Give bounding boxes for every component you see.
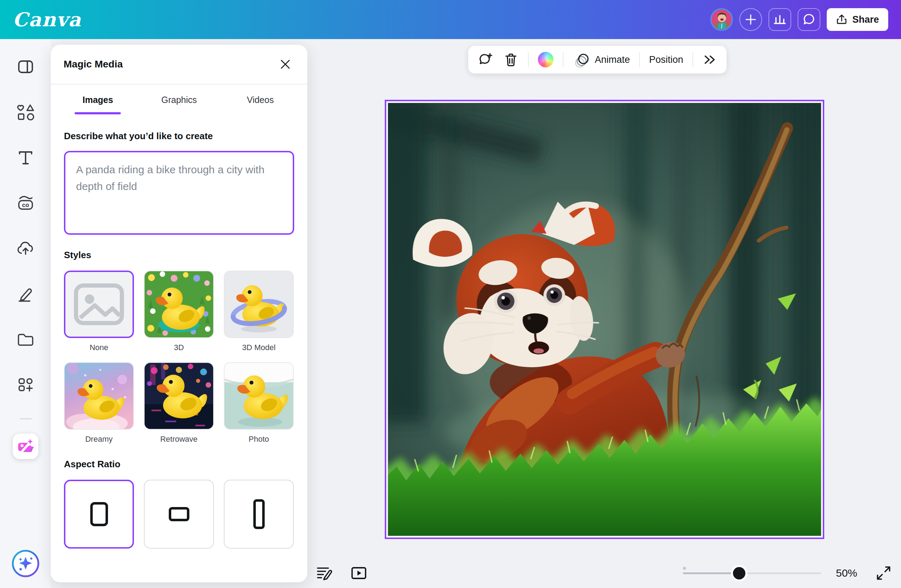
sidebar-item-text[interactable]: [13, 145, 38, 170]
style-tile-none[interactable]: [64, 271, 134, 338]
magic-media-icon: [16, 437, 35, 456]
aspect-option-landscape[interactable]: [144, 480, 214, 549]
tab-graphics[interactable]: Graphics: [139, 84, 220, 115]
double-chevron-right-icon: [702, 52, 717, 67]
prompt-input[interactable]: [64, 151, 294, 235]
red-panda-image: [388, 103, 821, 536]
style-option-3d: 3D: [144, 271, 214, 352]
style-tile-dreamy[interactable]: [64, 362, 134, 429]
aspect-ratio-grid: [64, 480, 294, 549]
style-label: 3D: [174, 343, 184, 352]
portrait-ratio-icon: [253, 499, 265, 529]
canva-assistant-icon: [11, 549, 40, 578]
close-icon: [279, 58, 292, 70]
comment-button[interactable]: [477, 51, 494, 68]
sidebar-item-canva-assistant[interactable]: [11, 549, 40, 578]
color-button[interactable]: [538, 52, 553, 67]
canva-editor: Canva: [0, 0, 901, 588]
style-option-none: None: [64, 271, 134, 352]
notes-icon: [315, 564, 333, 582]
panel-body: Describe what you’d like to create Style…: [51, 115, 307, 563]
style-tile-photo[interactable]: [224, 362, 294, 429]
style-option-3d-model: 3D Model: [224, 271, 294, 352]
delete-button[interactable]: [503, 52, 519, 67]
avatar[interactable]: [710, 8, 733, 31]
color-wheel-icon: [538, 52, 553, 67]
share-button[interactable]: Share: [827, 8, 888, 31]
elements-icon: [16, 102, 36, 122]
style-preview-dreamy: [65, 363, 133, 429]
square-ratio-icon: [90, 502, 108, 526]
fullscreen-button[interactable]: [875, 564, 892, 582]
svg-text:co: co: [22, 202, 29, 208]
topbar: Canva: [0, 0, 901, 39]
sidebar-divider: [20, 418, 32, 419]
toolbar-divider: [692, 52, 693, 67]
pen-icon: [16, 284, 36, 304]
zoom-slider[interactable]: [683, 563, 821, 583]
style-tile-retrowave[interactable]: [144, 362, 214, 429]
sidebar-item-magic-media[interactable]: [13, 434, 38, 459]
export-icon: [836, 14, 847, 25]
style-label: 3D Model: [242, 343, 275, 352]
toolbar-divider: [528, 52, 528, 67]
canva-logo[interactable]: Canva: [13, 8, 82, 31]
aspect-option-square[interactable]: [64, 480, 134, 549]
present-button[interactable]: [349, 563, 369, 583]
sidebar-item-design[interactable]: [13, 54, 38, 79]
notes-button[interactable]: [314, 563, 334, 583]
avatar-photo: [712, 9, 732, 30]
image-placeholder-icon: [65, 272, 132, 337]
selected-image[interactable]: [385, 100, 824, 539]
context-toolbar: Animate Position: [468, 46, 726, 73]
folder-icon: [16, 330, 36, 349]
brand-icon: co: [16, 193, 36, 213]
fullscreen-icon: [875, 565, 892, 581]
toolbar-divider: [563, 52, 563, 67]
style-preview-retrowave: [145, 363, 213, 429]
sidebar-item-brand[interactable]: co: [13, 190, 38, 216]
style-option-retrowave: Retrowave: [144, 362, 214, 444]
tab-images[interactable]: Images: [57, 84, 139, 115]
sidebar-item-draw[interactable]: [13, 281, 38, 307]
bottom-tools: [314, 563, 369, 583]
style-tile-3d-model[interactable]: [224, 271, 294, 338]
bar-chart-icon: [773, 13, 787, 26]
zoom-fit-tick: [683, 567, 686, 570]
animate-button[interactable]: Animate: [573, 51, 630, 68]
add-member-button[interactable]: [739, 8, 762, 31]
panel-header: Magic Media: [51, 45, 307, 84]
text-icon: [16, 148, 35, 167]
plus-icon: [745, 14, 757, 26]
animate-icon: [573, 51, 590, 68]
sidebar-item-projects[interactable]: [13, 327, 38, 352]
animate-label: Animate: [595, 54, 630, 65]
magic-media-panel: Magic Media Images Graphics Videos Descr…: [51, 45, 307, 582]
left-eye: [494, 289, 518, 313]
sidebar-item-apps[interactable]: [13, 372, 38, 398]
position-button[interactable]: Position: [649, 54, 683, 65]
more-tools-button[interactable]: [702, 52, 717, 67]
zoom-knob[interactable]: [733, 567, 745, 579]
sidebar-item-elements[interactable]: [13, 100, 38, 125]
upload-cloud-icon: [16, 239, 36, 258]
comments-button[interactable]: [798, 8, 820, 31]
style-label: None: [89, 343, 108, 352]
zoom-controls: 50%: [683, 563, 892, 583]
topbar-actions: Share: [710, 8, 888, 31]
style-label: Photo: [249, 435, 269, 444]
aspect-option-portrait[interactable]: [224, 480, 294, 549]
position-label: Position: [649, 54, 683, 65]
insights-button[interactable]: [768, 8, 791, 31]
aspect-ratio-heading: Aspect Ratio: [64, 459, 294, 470]
zoom-level[interactable]: 50%: [833, 567, 860, 579]
sidebar-item-uploads[interactable]: [13, 236, 38, 261]
style-tile-3d[interactable]: [144, 271, 214, 338]
style-option-dreamy: Dreamy: [64, 362, 134, 444]
style-preview-3d-model: [224, 271, 293, 337]
style-option-photo: Photo: [224, 362, 294, 444]
comment-add-icon: [477, 51, 494, 68]
style-preview-photo: [224, 363, 293, 429]
tab-videos[interactable]: Videos: [220, 84, 301, 115]
close-panel-button[interactable]: [276, 55, 295, 73]
